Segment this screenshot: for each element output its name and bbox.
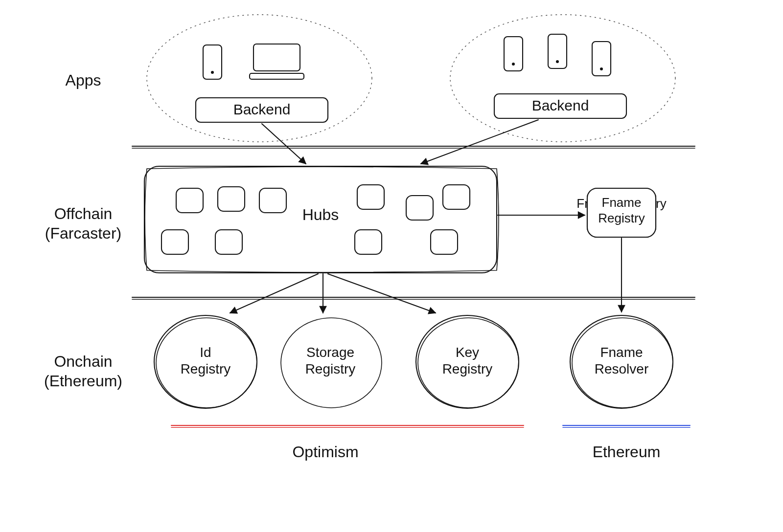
storage-registry-ellipse: Storage Registry xyxy=(281,318,382,408)
svg-rect-13 xyxy=(176,188,203,213)
svg-rect-1 xyxy=(203,45,222,79)
backend-label-right: Backend xyxy=(532,97,589,113)
svg-rect-15 xyxy=(259,188,286,213)
chain-label-ethereum: Ethereum xyxy=(593,443,661,461)
fname-registry-label-1: Fname xyxy=(602,195,642,210)
hub-node-icon xyxy=(406,196,433,220)
svg-rect-20 xyxy=(443,185,470,209)
fname-registry-label-2: Registry xyxy=(598,211,645,225)
phone-icon xyxy=(592,42,611,76)
row-label-offchain-1: Offchain xyxy=(54,205,113,222)
fname-resolver-label-1: Fname xyxy=(600,345,643,360)
arrow-hubs-to-key-registry xyxy=(328,274,436,313)
laptop-icon xyxy=(250,44,304,79)
hub-node-icon xyxy=(176,188,203,213)
svg-rect-22 xyxy=(431,230,458,254)
hub-node-icon xyxy=(218,187,245,211)
arrow-backend-left-to-hubs xyxy=(262,124,306,164)
svg-rect-6 xyxy=(504,37,523,71)
separator-offchain-onchain xyxy=(132,297,695,299)
phone-icon xyxy=(504,37,523,71)
storage-registry-label-2: Registry xyxy=(305,361,356,377)
key-registry-ellipse: Key Registry xyxy=(416,315,519,408)
svg-rect-21 xyxy=(355,230,382,254)
svg-rect-4 xyxy=(250,73,304,79)
hubs-container: Hubs xyxy=(144,166,499,273)
key-registry-label-2: Registry xyxy=(442,361,493,377)
svg-rect-10 xyxy=(592,42,611,76)
hub-node-icon xyxy=(259,188,286,213)
svg-rect-14 xyxy=(218,187,245,211)
svg-rect-19 xyxy=(406,196,433,220)
optimism-underline xyxy=(171,425,524,427)
id-registry-label-1: Id xyxy=(200,345,211,360)
svg-point-2 xyxy=(211,71,214,74)
backend-label-left: Backend xyxy=(233,101,291,117)
arrow-backend-right-to-hubs xyxy=(421,120,538,164)
app-bubble-left: Backend xyxy=(147,15,372,142)
phone-icon xyxy=(548,34,567,68)
chain-label-optimism: Optimism xyxy=(292,443,358,461)
hub-node-icon xyxy=(431,230,458,254)
svg-rect-18 xyxy=(357,185,384,209)
hub-node-icon xyxy=(161,230,188,254)
phone-icon xyxy=(203,45,222,79)
row-label-onchain-2: (Ethereum) xyxy=(44,372,122,390)
svg-rect-17 xyxy=(215,230,242,254)
storage-registry-label-1: Storage xyxy=(306,345,354,360)
separator-apps-offchain xyxy=(132,146,695,148)
key-registry-label-1: Key xyxy=(456,345,479,360)
svg-point-7 xyxy=(512,63,515,66)
id-registry-label-2: Registry xyxy=(181,361,231,377)
hub-node-icon xyxy=(443,185,470,209)
hub-node-icon xyxy=(357,185,384,209)
svg-rect-16 xyxy=(161,230,188,254)
ethereum-underline xyxy=(563,425,690,427)
id-registry-ellipse: Id Registry xyxy=(154,315,257,408)
fname-resolver-label-2: Resolver xyxy=(595,361,648,377)
svg-rect-8 xyxy=(548,34,567,68)
row-label-apps: Apps xyxy=(66,71,101,89)
svg-point-9 xyxy=(556,60,559,63)
row-label-offchain-2: (Farcaster) xyxy=(45,224,121,242)
fname-resolver-ellipse: Fname Resolver xyxy=(570,315,673,408)
hub-node-icon xyxy=(355,230,382,254)
hubs-label: Hubs xyxy=(302,206,339,223)
svg-rect-3 xyxy=(253,44,300,71)
app-bubble-right: Backend xyxy=(450,15,675,142)
arrow-hubs-to-id-registry xyxy=(230,274,318,313)
row-label-onchain-1: Onchain xyxy=(54,353,112,370)
hub-node-icon xyxy=(215,230,242,254)
svg-point-11 xyxy=(600,67,603,70)
